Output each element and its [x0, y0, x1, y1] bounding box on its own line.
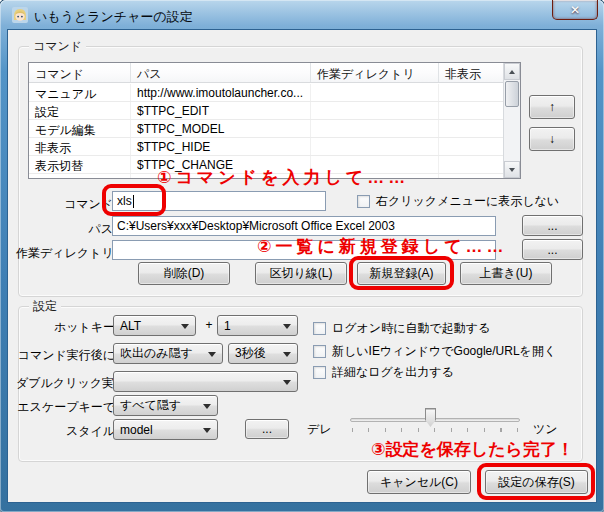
checkbox-verbose-log[interactable]: 詳細なログを出力する [313, 364, 454, 381]
slider-right-label: ツン [533, 421, 558, 438]
checkbox-open-in-new-ie[interactable]: 新しいIEウィンドウでGoogle/URLを開く [313, 343, 556, 360]
cell-command: 表示切替 [29, 156, 131, 173]
cell-path: $TTPC_HIDE [131, 138, 311, 155]
path-field-label: パス [28, 221, 113, 238]
browse-path-button[interactable]: ... [522, 215, 583, 236]
move-down-button[interactable]: ↓ [529, 127, 575, 151]
slider-tick-marks [352, 428, 519, 432]
hotkey-key-select[interactable]: 1 [217, 315, 298, 336]
chevron-down-icon [181, 324, 189, 329]
scrollbar-thumb[interactable] [505, 81, 519, 107]
cell-workdir [311, 120, 439, 137]
titlebar[interactable]: いもうとランチャーの設定 ✕ [0, 0, 604, 30]
path-input-value: C:¥Users¥xxx¥Desktop¥Microsoft Office Ex… [117, 219, 395, 233]
cell-hidden [439, 120, 505, 137]
checkbox-label: 新しいIEウィンドウでGoogle/URLを開く [332, 343, 556, 360]
hotkey-modifier-select[interactable]: ALT [113, 315, 196, 336]
combo-value: ALT [120, 319, 141, 333]
table-row[interactable]: 非表示 $TTPC_HIDE [29, 138, 505, 156]
combo-value: 3秒後 [235, 345, 266, 362]
after-exec-delay-select[interactable]: 3秒後 [228, 343, 298, 364]
cell-hidden [439, 138, 505, 155]
cell-hidden [439, 156, 505, 173]
scroll-down-button[interactable] [504, 161, 520, 178]
column-header-hidden[interactable]: 非表示 [439, 63, 505, 82]
cell-hidden [439, 102, 505, 119]
annotation-step1: ①コマンドを入力して…… [157, 166, 409, 189]
checkbox-autostart-logon[interactable]: ログオン時に自動で起動する [313, 320, 490, 337]
separator-line-button[interactable]: 区切り線(L) [255, 262, 347, 285]
checkbox-box [313, 322, 326, 335]
table-row[interactable]: 設定 $TTPC_EDIT [29, 102, 505, 120]
column-header-path[interactable]: パス [131, 63, 311, 82]
combo-value: 吹出のみ隠す [120, 345, 193, 362]
table-row[interactable]: マニュアル http://www.imoutolauncher.co... [29, 84, 505, 102]
window-title: いもうとランチャーの設定 [34, 8, 193, 26]
column-header-command[interactable]: コマンド [29, 63, 131, 82]
slider-left-label: デレ [307, 421, 332, 438]
chevron-down-icon [203, 428, 211, 433]
escape-key-label: エスケープキーで [16, 399, 115, 416]
checkbox-no-context-menu[interactable]: 右クリックメニューに表示しない [357, 193, 559, 210]
cell-path: $TTPC_MODEL [131, 120, 311, 137]
checkbox-box [357, 195, 370, 208]
cell-hidden [439, 174, 505, 179]
chevron-down-icon [283, 324, 291, 329]
chevron-down-icon [203, 404, 211, 409]
settings-window: いもうとランチャーの設定 ✕ コマンド コマンド パス 作業ディレクトリ 非表示… [0, 0, 604, 512]
path-input[interactable]: C:¥Users¥xxx¥Desktop¥Microsoft Office Ex… [112, 216, 496, 236]
style-label: スタイル [28, 423, 115, 440]
style-select[interactable]: model [113, 419, 218, 440]
delete-button[interactable]: 削除(D) [138, 262, 230, 285]
highlight-box-register-button [349, 256, 454, 290]
dialog-body: コマンド コマンド パス 作業ディレクトリ 非表示 マニュアル http://w… [8, 30, 596, 502]
checkbox-label: ログオン時に自動で起動する [332, 320, 490, 337]
after-exec-label: コマンド実行後に [16, 347, 115, 364]
table-header[interactable]: コマンド パス 作業ディレクトリ 非表示 [29, 63, 505, 83]
app-icon [12, 7, 28, 23]
cell-hidden [439, 84, 505, 101]
annotation-step2: ②一覧に新規登録して…… [257, 235, 508, 258]
scroll-up-icon [509, 70, 515, 74]
plus-sign: + [203, 318, 215, 332]
cell-command: マニュアル [29, 84, 131, 101]
cell-command: モデル編集 [29, 120, 131, 137]
combo-value: model [120, 423, 153, 437]
command-field-label: コマンド [28, 196, 113, 213]
cell-workdir [311, 84, 439, 101]
cell-command: 非表示 [29, 138, 131, 155]
escape-key-select[interactable]: すべて隠す [113, 395, 218, 416]
scroll-down-icon [509, 168, 515, 172]
move-up-button[interactable]: ↑ [529, 95, 575, 119]
close-button[interactable]: ✕ [552, 0, 598, 20]
double-click-select[interactable] [113, 371, 298, 392]
settings-groupbox-label: 設定 [29, 299, 61, 314]
chevron-down-icon [208, 352, 216, 357]
overwrite-button[interactable]: 上書き(U) [460, 262, 552, 285]
cell-path: http://www.imoutolauncher.co... [131, 84, 311, 101]
table-body: マニュアル http://www.imoutolauncher.co... 設定… [29, 84, 505, 179]
highlight-box-save-button [477, 463, 595, 500]
browse-workdir-button[interactable]: ... [522, 239, 583, 260]
command-table[interactable]: コマンド パス 作業ディレクトリ 非表示 マニュアル http://www.im… [28, 62, 521, 179]
combo-value: すべて隠す [120, 397, 181, 414]
cell-workdir [311, 138, 439, 155]
browse-style-button[interactable]: ... [245, 419, 289, 439]
table-row[interactable]: モデル編集 $TTPC_MODEL [29, 120, 505, 138]
chevron-down-icon [283, 380, 291, 385]
vertical-scrollbar[interactable] [503, 63, 520, 178]
checkbox-label: 詳細なログを出力する [332, 364, 454, 381]
cell-command: 設定 [29, 102, 131, 119]
hotkey-label: ホットキー [28, 319, 115, 336]
cell-workdir [311, 102, 439, 119]
annotation-step3: ③設定を保存したら完了！ [371, 438, 574, 461]
after-exec-mode-select[interactable]: 吹出のみ隠す [113, 343, 223, 364]
cancel-button[interactable]: キャンセル(C) [367, 470, 471, 494]
checkbox-label: 右クリックメニューに表示しない [376, 193, 559, 210]
double-click-label: ダブルクリック実行 [16, 375, 115, 392]
command-groupbox-label: コマンド [29, 39, 86, 54]
highlight-box-command-input [102, 184, 166, 216]
column-header-workdir[interactable]: 作業ディレクトリ [311, 63, 439, 82]
scroll-up-button[interactable] [504, 63, 520, 80]
close-icon: ✕ [570, 4, 580, 16]
